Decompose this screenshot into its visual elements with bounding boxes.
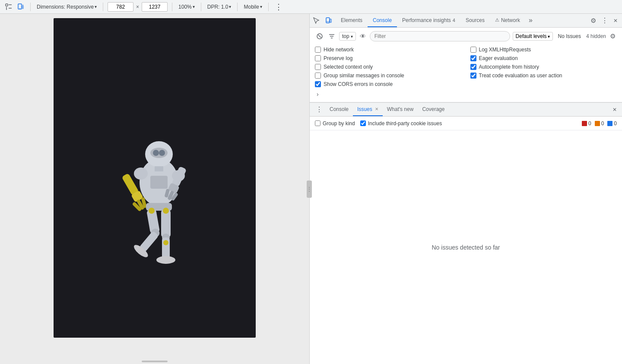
tab-performance-insights[interactable]: Performance insights 4 — [397, 14, 460, 27]
orange-count: 0 — [601, 120, 604, 127]
svg-rect-9 — [150, 176, 168, 189]
live-expression-btn[interactable]: 👁 — [359, 32, 367, 41]
viewport-width-input[interactable] — [108, 2, 133, 12]
log-xml-checkbox[interactable] — [470, 47, 476, 53]
autocomplete-row: Autocomplete from history — [470, 64, 617, 70]
mobile-chevron: ▾ — [260, 4, 262, 9]
tab-performance-insights-label: Performance insights — [402, 17, 451, 23]
svg-point-26 — [172, 170, 185, 181]
treat-code-checkbox[interactable] — [470, 73, 476, 79]
svg-rect-39 — [326, 18, 330, 23]
hidden-badge: 4 hidden — [586, 33, 606, 39]
tab-console[interactable]: Console — [368, 14, 397, 27]
tab-sources-label: Sources — [466, 17, 485, 23]
console-settings-btn[interactable]: ⚙ — [609, 31, 617, 41]
mobile-dropdown-btn[interactable]: Mobile ▾ — [242, 3, 263, 11]
red-issues-badge: 0 — [582, 120, 591, 127]
svg-point-38 — [163, 240, 168, 245]
customize-btn[interactable]: ⋮ — [600, 15, 610, 26]
svg-point-13 — [159, 150, 165, 156]
dimension-cross: × — [136, 4, 139, 10]
svg-line-43 — [318, 35, 321, 38]
top-toolbar: Dimensions: Responsive ▾ × 100% ▾ DPR: 1… — [0, 0, 622, 14]
treat-code-label: Treat code evaluation as user action — [479, 73, 562, 79]
hide-network-checkbox[interactable] — [315, 47, 321, 53]
bottom-tab-console[interactable]: Console — [325, 103, 353, 116]
third-party-checkbox[interactable] — [360, 120, 366, 126]
selected-context-checkbox[interactable] — [315, 64, 321, 70]
group-by-kind-checkbox[interactable] — [315, 120, 321, 126]
svg-rect-0 — [6, 4, 8, 6]
bottom-tab-whats-new[interactable]: What's new — [383, 103, 418, 116]
dpr-chevron: ▾ — [229, 4, 231, 9]
zoom-dropdown-btn[interactable]: 100% ▾ — [177, 3, 197, 11]
autocomplete-checkbox[interactable] — [470, 64, 476, 70]
tab-sources[interactable]: Sources — [460, 14, 490, 27]
preserve-log-checkbox[interactable] — [315, 55, 321, 61]
tab-performance-badge: 4 — [453, 18, 455, 23]
settings-btn[interactable]: ⚙ — [589, 15, 598, 26]
device-toggle-btn[interactable] — [16, 3, 26, 11]
tab-elements[interactable]: Elements — [336, 14, 368, 27]
tab-console-label: Console — [373, 17, 392, 23]
group-similar-checkbox[interactable] — [315, 73, 321, 79]
bottom-more-btn[interactable]: ⋮ — [313, 103, 325, 116]
hide-network-label: Hide network — [324, 47, 354, 53]
bottom-more-icon: ⋮ — [316, 105, 323, 114]
show-cors-checkbox[interactable] — [315, 81, 321, 87]
panel-resize-handle[interactable] — [307, 180, 312, 198]
third-party-label: Include third-party cookie issues — [368, 120, 442, 127]
tab-more[interactable]: » — [525, 14, 536, 27]
selected-context-label: Selected context only — [324, 64, 373, 70]
console-filter-input[interactable] — [370, 31, 510, 41]
inspect-element-btn[interactable] — [311, 16, 322, 26]
dimensions-label: Dimensions: Responsive — [37, 4, 94, 10]
dimensions-dropdown-btn[interactable]: Dimensions: Responsive ▾ — [35, 3, 98, 11]
bottom-panel: ⋮ Console Issues ✕ What's new Coverage — [310, 102, 622, 364]
close-issues-tab-btn[interactable]: ✕ — [375, 107, 378, 111]
close-bottom-panel-btn[interactable]: ✕ — [611, 105, 619, 114]
context-selector[interactable]: top ▾ — [339, 32, 356, 41]
checkboxes-right-col: Log XMLHttpRequests Eager evaluation Aut… — [470, 47, 617, 87]
console-settings-icon: ⚙ — [610, 32, 616, 40]
inspect-icon — [313, 17, 320, 24]
viewport-panel — [0, 14, 309, 364]
group-by-kind-label: Group by kind — [323, 120, 355, 127]
toolbar-separator-6 — [268, 3, 269, 11]
clear-console-btn[interactable] — [315, 32, 324, 41]
bottom-tab-issues[interactable]: Issues ✕ — [353, 103, 383, 116]
selected-context-row: Selected context only — [315, 64, 462, 70]
device-mode-icon — [325, 17, 332, 24]
device-mode-btn[interactable] — [324, 16, 334, 26]
issues-content: No issues detected so far — [310, 130, 622, 364]
eager-eval-checkbox[interactable] — [470, 55, 476, 61]
filter-toggle-btn[interactable] — [327, 32, 336, 41]
tab-network[interactable]: ⚠ Network — [490, 14, 525, 27]
more-arrow-btn[interactable]: › — [315, 90, 617, 98]
preserve-log-label: Preserve log — [324, 55, 352, 61]
more-options-btn[interactable]: ⋮ — [273, 1, 284, 13]
eager-eval-row: Eager evaluation — [470, 55, 617, 61]
filter-icon — [328, 33, 335, 40]
main-area: Elements Console Performance insights 4 … — [0, 14, 622, 364]
levels-select[interactable]: Default levels ▾ — [513, 32, 553, 41]
toolbar-separator-5 — [237, 3, 238, 11]
toolbar-separator-2 — [103, 3, 103, 11]
close-bottom-icon: ✕ — [612, 107, 617, 113]
devtools-icon-buttons — [310, 14, 336, 27]
devtools-tab-bar: Elements Console Performance insights 4 … — [310, 14, 622, 28]
bottom-tab-console-label: Console — [330, 106, 349, 112]
log-xml-label: Log XMLHttpRequests — [479, 47, 531, 53]
device-icon — [17, 3, 24, 10]
tab-more-icon: » — [529, 16, 533, 24]
dpr-label: DPR: 1.0 — [207, 4, 228, 10]
select-element-icon — [5, 3, 12, 10]
dpr-dropdown-btn[interactable]: DPR: 1.0 ▾ — [206, 3, 233, 11]
close-devtools-btn[interactable]: ✕ — [612, 16, 619, 25]
select-element-btn[interactable] — [3, 3, 14, 11]
log-xml-row: Log XMLHttpRequests — [470, 47, 617, 53]
zoom-chevron: ▾ — [193, 4, 195, 9]
bottom-tab-coverage[interactable]: Coverage — [418, 103, 449, 116]
blue-flag-icon — [607, 121, 612, 126]
viewport-height-input[interactable] — [142, 2, 168, 12]
